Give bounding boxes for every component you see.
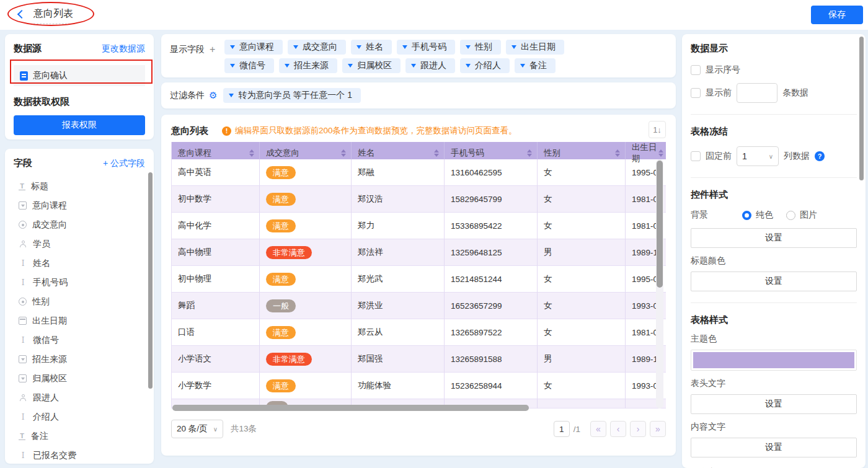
display-field-chip[interactable]: 介绍人 [460,58,510,73]
solid-color-radio[interactable] [742,211,751,220]
change-datasource-link[interactable]: 更改数据源 [102,43,145,55]
field-item[interactable]: I姓名 [14,254,145,273]
phone-cell: 13265897522 [445,319,538,346]
sort-carets-icon [249,149,254,157]
page-size-select[interactable]: 20 条/页 ∨ [171,420,223,438]
course-cell: 小学语文 [172,346,260,373]
image-radio[interactable] [786,211,795,220]
field-item[interactable]: 跟进人 [14,388,145,407]
caret-down-icon [527,154,532,157]
display-field-chip[interactable]: 微信号 [224,58,274,73]
fields-title: 字段 [14,157,32,169]
show-first-suffix: 条数据 [782,87,808,99]
display-field-chip[interactable]: 姓名 [351,40,392,55]
filter-condition-chip[interactable]: 转为意向学员 等于任意一个 1 [223,88,361,103]
show-first-count-input[interactable] [737,83,777,103]
display-field-chip[interactable]: 备注 [515,58,556,73]
field-item[interactable]: T备注 [14,426,145,446]
display-field-chip[interactable]: 出生日期 [506,40,564,55]
first-page-button[interactable]: « [590,421,606,437]
name-cell: 郑融 [352,159,445,186]
caret-icon [21,205,25,207]
field-item[interactable]: 归属校区 [14,369,145,388]
intent-badge: 一般 [266,299,296,312]
field-item[interactable]: I已报名交费 [14,446,145,464]
datasource-item[interactable]: 意向确认 [14,65,145,86]
table-row: 高中物理非常满意郑法祥13259648125男1989-11 [172,239,666,266]
chip-label: 意向课程 [239,42,274,53]
content-text-label: 内容文字 [691,422,857,433]
content-text-set-button[interactable]: 设置 [691,438,857,457]
person-field-icon [19,240,27,249]
current-page-box[interactable]: 1 [554,421,570,437]
help-icon[interactable]: ? [815,151,825,161]
field-item[interactable]: 性别 [14,292,145,311]
chevron-down-icon [348,64,353,68]
field-item[interactable]: 意向课程 [14,196,145,215]
field-list: T标题意向课程成交意向学员I姓名I手机号码性别出生日期I微信号招生来源归属校区跟… [14,177,145,464]
prev-page-button[interactable]: ‹ [610,421,626,437]
chevron-down-icon: ∨ [213,426,218,433]
column-header-label: 手机号码 [451,148,484,159]
field-item-label: 姓名 [33,258,50,269]
solid-color-label: 纯色 [756,210,773,221]
field-item[interactable]: T标题 [14,177,145,196]
intent-cell: 非常满意 [260,346,352,373]
add-formula-field-link[interactable]: + 公式字段 [103,158,145,169]
caret-up-icon [658,149,663,152]
field-item[interactable]: I介绍人 [14,407,145,426]
freeze-count-select[interactable]: 1 ∨ [737,146,779,166]
sort-carets-icon [615,149,620,157]
course-cell: 初中物理 [172,266,260,293]
caret-down-icon [658,154,663,157]
next-page-button[interactable]: › [630,421,646,437]
table-vertical-scrollbar[interactable] [657,161,663,288]
name-cell: 郑光武 [352,266,445,293]
display-field-chip[interactable]: 手机号码 [397,40,455,55]
settings-scrollbar[interactable] [859,37,864,180]
field-item[interactable]: 学员 [14,234,145,254]
display-field-chip[interactable]: 成交意向 [288,40,346,55]
back-button[interactable] [16,9,29,21]
field-item[interactable]: 招生来源 [14,350,145,369]
report-permission-button[interactable]: 报表权限 [14,115,145,135]
image-label: 图片 [800,210,817,221]
caret-up-icon [615,149,620,152]
field-item[interactable]: I手机号码 [14,273,145,292]
display-field-chip[interactable]: 意向课程 [224,40,283,55]
table-row: 舞蹈一般郑洪业16523657299女1993-08 [172,293,666,319]
add-display-field-button[interactable]: + [210,44,215,55]
field-item-label: 备注 [31,431,48,442]
sort-carets-icon [658,149,663,157]
phone-cell: 15236258944 [445,373,538,399]
theme-color-picker[interactable] [691,350,857,371]
sort-order-tool[interactable]: 1↓ [649,121,666,138]
save-button[interactable]: 保存 [811,6,863,24]
field-item-label: 出生日期 [32,316,67,327]
display-fields-panel: 显示字段 + 意向课程成交意向姓名手机号码性别出生日期 微信号招生来源归属校区跟… [161,34,676,77]
caret-down-icon [249,154,254,157]
display-field-chip[interactable]: 归属校区 [342,58,401,73]
caret-up-icon [434,149,439,152]
course-cell: 舞蹈 [172,293,260,319]
table-header-row: 意向课程成交意向姓名手机号码性别出生日期 [172,142,666,159]
title-color-set-button[interactable]: 设置 [691,272,857,291]
gear-icon[interactable]: ⚙ [209,90,217,101]
field-item[interactable]: I微信号 [14,330,145,350]
show-index-checkbox[interactable] [691,65,701,75]
show-first-checkbox[interactable] [691,88,701,98]
display-field-chip[interactable]: 跟进人 [405,58,455,73]
select-field-icon [19,355,27,363]
fields-scrollbar[interactable] [148,172,153,389]
table-horizontal-scrollbar[interactable] [172,405,529,411]
field-item[interactable]: 出生日期 [14,311,145,330]
field-item[interactable]: 成交意向 [14,215,145,234]
display-field-chip[interactable]: 性别 [460,40,501,55]
header-text-set-button[interactable]: 设置 [691,394,857,414]
freeze-checkbox[interactable] [691,151,701,161]
field-item-label: 微信号 [33,335,59,346]
last-page-button[interactable]: » [650,421,666,437]
background-set-button[interactable]: 设置 [691,228,857,248]
display-field-chip[interactable]: 招生来源 [279,58,337,73]
table-body: 高中英语满意郑融13160462595女1995-01初中数学满意郑汉浩1582… [172,159,666,408]
